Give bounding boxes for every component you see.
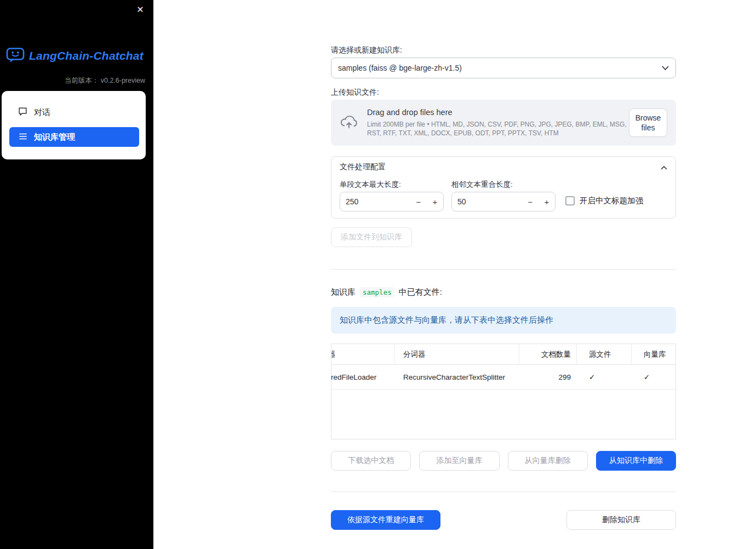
chevron-up-icon [661,163,667,171]
cell-vector-store-check: ✓ [631,365,675,389]
existing-files-prefix: 知识库 [331,287,356,298]
dropzone-limit: Limit 200MB per file • HTML, MD, JSON, C… [367,120,629,138]
sidebar-item-kb-management[interactable]: 知识库管理 [9,127,139,147]
max-length-decrement-button[interactable]: − [410,197,427,207]
sidebar: ✕ LangChain-Chatchat 当前版本： v0.2.6-previe… [0,0,153,549]
cell-loader: redFileLoader [331,365,394,389]
kb-name-code: samples [360,287,394,298]
dropzone-text: Drag and drop files here Limit 200MB per… [367,108,629,138]
dropzone-title: Drag and drop files here [367,108,629,117]
main-content: 请选择或新建知识库: samples (faiss @ bge-large-zh… [331,0,676,549]
chatchat-logo-icon [6,47,25,65]
knowledge-base-icon [19,132,27,142]
zh-title-enhance-checkbox[interactable] [565,196,575,205]
delete-kb-button[interactable]: 删除知识库 [566,510,676,530]
table-header-splitter[interactable]: 分词器 [394,344,519,364]
app-title: LangChain-Chatchat [29,49,144,62]
chevron-down-icon [662,64,669,72]
cell-doc-count: 299 [519,365,576,389]
table-row[interactable]: redFileLoader RecursiveCharacterTextSpli… [331,365,675,390]
table-header-doc-count[interactable]: 文档数量 [519,344,576,364]
version-label: 当前版本： v0.2.6-preview [65,76,145,85]
table-header-vector-store[interactable]: 向量库 [631,344,675,364]
table-header-source-file[interactable]: 源文件 [576,344,631,364]
browse-files-button[interactable]: Browse files [629,108,667,137]
overlap-decrement-button[interactable]: − [522,197,539,207]
sidebar-item-label: 知识库管理 [34,132,75,142]
max-length-increment-button[interactable]: + [427,197,443,207]
rebuild-vector-store-button[interactable]: 依据源文件重建向量库 [331,510,440,530]
cell-splitter: RecursiveCharacterTextSplitter [394,365,519,389]
kb-files-table[interactable]: 器 分词器 文档数量 源文件 向量库 redFileLoader Recursi… [331,344,676,439]
divider [331,491,676,492]
sidebar-item-dialogue[interactable]: 对话 [18,103,139,122]
file-config-expander: 文件处理配置 单段文本最大长度: 相邻文本重合长度: − + − + 开启中文标… [331,156,676,219]
sidebar-menu: 对话 知识库管理 [2,91,146,159]
overlap-length-stepper: − + [451,192,555,211]
cell-source-file-check: ✓ [576,365,631,389]
delete-from-kb-button[interactable]: 从知识库中删除 [596,451,676,471]
delete-from-vector-store-button[interactable]: 从向量库删除 [508,451,588,471]
info-banner-text: 知识库中包含源文件与向量库，请从下表中选择文件后操作 [340,315,553,325]
info-banner: 知识库中包含源文件与向量库，请从下表中选择文件后操作 [331,307,676,334]
zh-title-enhance-label: 开启中文标题加强 [580,196,643,206]
divider [331,269,676,270]
file-config-expander-header[interactable]: 文件处理配置 [331,157,675,178]
sidebar-item-label: 对话 [34,107,50,118]
existing-files-heading: 知识库 samples 中已有文件: [331,287,442,298]
cloud-upload-icon [340,115,358,131]
overlap-increment-button[interactable]: + [539,197,555,207]
upload-label: 上传知识文件: [331,88,379,98]
file-dropzone[interactable]: Drag and drop files here Limit 200MB per… [331,100,676,146]
overlap-length-label: 相邻文本重合长度: [451,180,513,190]
add-files-to-kb-button[interactable]: 添加文件到知识库 [331,227,412,247]
app-logo: LangChain-Chatchat [6,47,144,65]
chat-bubble-icon [18,107,27,118]
kb-select-label: 请选择或新建知识库: [331,45,402,55]
download-selected-button[interactable]: 下载选中文档 [331,451,411,471]
kb-select-value: samples (faiss @ bge-large-zh-v1.5) [338,64,462,72]
file-config-title: 文件处理配置 [340,162,386,172]
zh-title-enhance-option[interactable]: 开启中文标题加强 [565,196,643,206]
table-header-loader[interactable]: 器 [331,344,394,364]
max-length-label: 单段文本最大长度: [340,180,401,190]
close-sidebar-button[interactable]: ✕ [134,3,147,16]
kb-select[interactable]: samples (faiss @ bge-large-zh-v1.5) [331,58,676,78]
file-action-buttons: 下载选中文档 添加至向量库 从向量库删除 从知识库中删除 [331,451,676,471]
close-icon: ✕ [136,5,144,14]
max-length-stepper: − + [340,192,444,211]
table-header-row: 器 分词器 文档数量 源文件 向量库 [331,344,675,365]
overlap-length-input[interactable] [452,197,522,207]
existing-files-suffix: 中已有文件: [399,287,442,298]
add-to-vector-store-button[interactable]: 添加至向量库 [419,451,499,471]
max-length-input[interactable] [340,197,410,207]
